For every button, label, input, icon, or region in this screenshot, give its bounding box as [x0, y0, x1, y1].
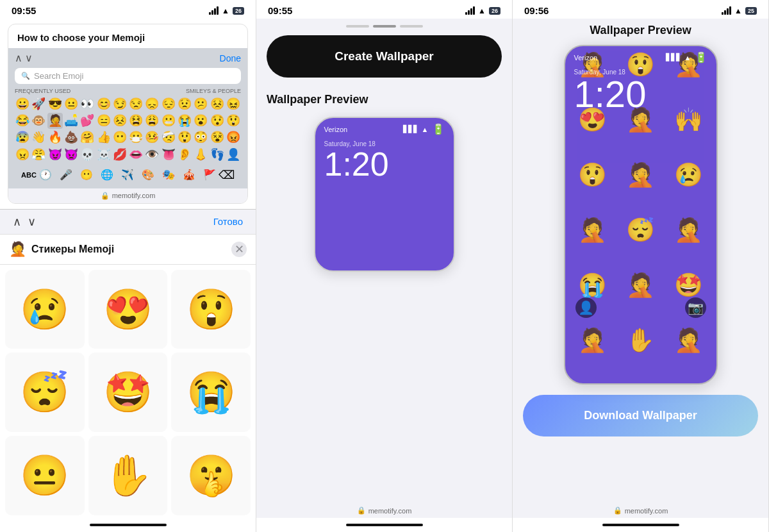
emoji-cell[interactable]: 🔥	[47, 129, 63, 145]
emoji-cell[interactable]: 👤	[226, 147, 241, 163]
website-label-3: memotify.com	[625, 507, 668, 515]
emoji-cell[interactable]: 👂	[177, 147, 192, 163]
emoji-cell[interactable]: 😞	[144, 96, 160, 112]
emoji-cell[interactable]: 🛋️	[63, 113, 79, 129]
down-arrow-icon[interactable]: ∨	[25, 52, 33, 64]
emoji-cell[interactable]: 😶	[112, 129, 128, 145]
emoji-cell[interactable]: 💋	[112, 147, 128, 163]
sticker-item[interactable]: ✋	[88, 436, 168, 515]
emoji-cell[interactable]: 🤕	[161, 129, 176, 145]
emoji-cell[interactable]: 🚀	[31, 96, 46, 112]
emoji-cell[interactable]: 😟	[177, 96, 192, 112]
emoji-grid[interactable]: 😀 🚀 😎 😐 👀 😊 😏 😒 😞 😔 😟 😕 😣 😖 😂 🐵	[15, 96, 241, 163]
emoji-cell[interactable]: 👀	[79, 96, 95, 112]
emoji-cell[interactable]: 😳	[193, 129, 208, 145]
abc-key[interactable]: ABC	[21, 171, 37, 179]
clock-icon[interactable]: 🕐	[39, 169, 52, 181]
emoji-cell[interactable]: 👿	[63, 147, 79, 163]
emoji-cell[interactable]: 👃	[193, 147, 208, 163]
emoji-cell[interactable]: 👋	[31, 129, 46, 145]
sticker-item[interactable]: 😍	[88, 270, 168, 349]
emoji-cell[interactable]: 😈	[47, 147, 63, 163]
kb-down-icon[interactable]: ∨	[28, 215, 36, 229]
emoji-cell[interactable]: 🐵	[31, 113, 46, 129]
picker-search-bar[interactable]: 🔍 Search Emoji	[15, 68, 241, 84]
preview-title-2: Wallpaper Preview	[267, 93, 368, 106]
website-label-1: memotify.com	[112, 192, 156, 199]
emoji-cell[interactable]: 😣	[209, 96, 224, 112]
emoji-cell[interactable]: 😵	[209, 129, 224, 145]
emoji-cell[interactable]: 😣	[112, 113, 128, 129]
keyboard-done-btn[interactable]: Готово	[213, 216, 243, 227]
emoji-cell[interactable]: 😀	[15, 96, 30, 112]
emoji-cell[interactable]: 💕	[79, 113, 95, 129]
emoji-cell[interactable]: 😲	[226, 113, 241, 129]
emoji-cell[interactable]: 😎	[47, 96, 63, 112]
close-sticker-panel-btn[interactable]: ✕	[231, 242, 247, 257]
emoji-cell-selected[interactable]: 🤦	[47, 113, 63, 129]
emoji-cell[interactable]: 😲	[177, 129, 192, 145]
sticker-item[interactable]: 🤫	[171, 436, 251, 515]
emoji-cell[interactable]: 😔	[161, 96, 176, 112]
emoji-cell[interactable]: 😖	[226, 96, 241, 112]
emoji-cell[interactable]: 😊	[95, 96, 111, 112]
emoji-cell[interactable]: 😑	[95, 113, 111, 129]
sticker-icon[interactable]: 🎪	[183, 169, 195, 181]
kb-up-icon[interactable]: ∧	[13, 215, 21, 229]
emoji-cell[interactable]: 👅	[161, 147, 176, 163]
picker-done-btn[interactable]: Done	[220, 53, 241, 63]
emoji-cell[interactable]: 🤗	[79, 129, 95, 145]
globe-icon[interactable]: 🌐	[101, 169, 113, 181]
sticker-item[interactable]: 😢	[5, 270, 85, 349]
wp-phone-inner: Verizon ▋▋▋ ▲ 🔋 Saturday, June 18 1:20 👤…	[565, 46, 716, 324]
emoji-cell[interactable]: 🤒	[144, 129, 160, 145]
emoji-cell[interactable]: 💩	[63, 129, 79, 145]
wp-carrier: Verizon	[574, 54, 598, 62]
emoji-cell[interactable]: 😷	[128, 129, 144, 145]
download-wallpaper-button[interactable]: Download Wallpaper	[523, 395, 758, 436]
emoji-cell[interactable]: 😤	[31, 147, 46, 163]
emoji-cell[interactable]: 😠	[15, 147, 30, 163]
sticker-item[interactable]: 😴	[5, 353, 85, 432]
picker-toolbar[interactable]: ABC 🕐 🎤 😶 🌐 ✈️ 🎨 🎭 🎪 🚩 ⌫	[15, 165, 241, 185]
theater-icon[interactable]: 🎭	[162, 169, 175, 181]
kb-arrows[interactable]: ∧ ∨	[13, 215, 36, 229]
section-label-1: FREQUENTLY USED	[15, 88, 70, 94]
emoji-cell[interactable]: 😩	[144, 113, 160, 129]
emoji-cell[interactable]: ☠️	[95, 147, 111, 163]
plane-icon[interactable]: ✈️	[121, 169, 134, 181]
emoji-cell[interactable]: 😂	[15, 113, 30, 129]
sticker-item[interactable]: 😐	[5, 436, 85, 515]
emoji-cell[interactable]: 😡	[226, 129, 241, 145]
emoji-cell[interactable]: 😮	[193, 113, 208, 129]
emoji-icon[interactable]: 😶	[80, 169, 93, 181]
emoji-cell[interactable]: 😐	[63, 96, 79, 112]
emoji-cell[interactable]: 💀	[79, 147, 95, 163]
emoji-cell[interactable]: 👁️	[144, 147, 160, 163]
wp-wifi: ▲	[684, 54, 691, 62]
picker-arrows[interactable]: ∧ ∨	[15, 52, 33, 64]
flag-icon[interactable]: 🚩	[203, 169, 216, 181]
signal-bar	[468, 10, 470, 15]
sticker-item[interactable]: 🤩	[88, 353, 168, 432]
mic-icon[interactable]: 🎤	[60, 169, 72, 181]
emoji-cell[interactable]: 😒	[128, 96, 144, 112]
backspace-icon[interactable]: ⌫	[219, 168, 235, 182]
emoji-cell[interactable]: 👄	[128, 147, 144, 163]
emoji-cell[interactable]: 😯	[209, 113, 224, 129]
sticker-item[interactable]: 😲	[171, 270, 251, 349]
emoji-cell[interactable]: 😫	[128, 113, 144, 129]
up-arrow-icon[interactable]: ∧	[15, 52, 22, 64]
sticker-item[interactable]: 😭	[171, 353, 251, 432]
emoji-cell[interactable]: 😭	[177, 113, 192, 129]
emoji-cell[interactable]: 👍	[95, 129, 111, 145]
create-wallpaper-button[interactable]: Create Wallpaper	[267, 35, 502, 78]
emoji-picker[interactable]: ∧ ∨ Done 🔍 Search Emoji FREQUENTLY USED …	[8, 48, 247, 188]
emoji-cell[interactable]: 😰	[15, 129, 30, 145]
emoji-cell[interactable]: 😏	[112, 96, 128, 112]
how-to-card: How to choose your Memoji ∧ ∨ Done 🔍 Sea…	[8, 24, 248, 204]
emoji-cell[interactable]: 👣	[209, 147, 224, 163]
emoji-cell[interactable]: 😬	[161, 113, 176, 129]
emoji-cell[interactable]: 😕	[193, 96, 208, 112]
palette-icon[interactable]: 🎨	[142, 169, 154, 181]
